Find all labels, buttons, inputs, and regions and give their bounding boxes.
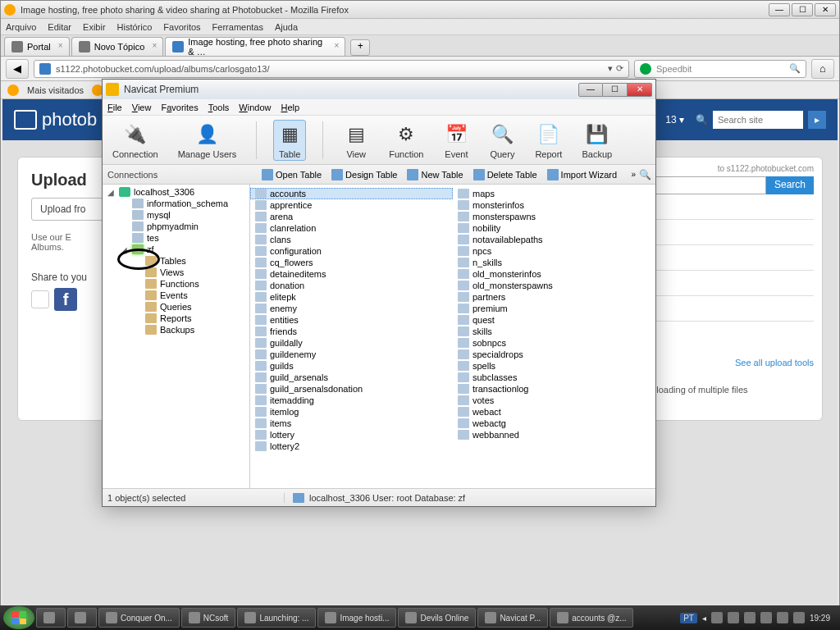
taskbar-task[interactable]: accounts @z... bbox=[550, 608, 633, 628]
table-item[interactable]: items bbox=[250, 418, 453, 429]
taskbar-task[interactable] bbox=[67, 608, 97, 628]
table-item[interactable]: old_monsterinfos bbox=[453, 268, 655, 280]
table-item[interactable]: skills bbox=[453, 326, 655, 337]
facebook-icon[interactable]: f bbox=[54, 288, 77, 311]
table-item[interactable]: elitepk bbox=[250, 291, 453, 303]
tray-icon[interactable] bbox=[760, 612, 772, 623]
table-item[interactable]: quest bbox=[453, 314, 655, 326]
table-item[interactable]: notavailablepaths bbox=[453, 234, 655, 245]
search-bar[interactable]: Speedbit 🔍 bbox=[634, 60, 806, 78]
menu-favoritos[interactable]: Favoritos bbox=[163, 22, 200, 32]
search-go-button[interactable]: ▸ bbox=[808, 111, 826, 129]
table-item[interactable]: guild_arsenals bbox=[250, 372, 453, 383]
tree-reports[interactable]: Reports bbox=[103, 313, 249, 324]
menu-editar[interactable]: Editar bbox=[48, 22, 71, 32]
tab-portal[interactable]: Portal× bbox=[4, 37, 70, 56]
taskbar-task[interactable] bbox=[36, 608, 66, 628]
search-icon[interactable]: 🔍 bbox=[639, 169, 651, 180]
table-item[interactable]: premium bbox=[453, 303, 655, 314]
tree-db-zf[interactable]: ◢zf bbox=[103, 244, 249, 255]
menu-arquivo[interactable]: Arquivo bbox=[6, 22, 36, 32]
close-icon[interactable]: × bbox=[56, 41, 66, 51]
see-all-link[interactable]: See all upload tools bbox=[735, 358, 814, 368]
tray-icon[interactable] bbox=[777, 612, 788, 623]
header-count[interactable]: 13 ▾ bbox=[665, 114, 684, 126]
table-item[interactable]: votes bbox=[453, 395, 655, 406]
taskbar-task[interactable]: Navicat P... bbox=[477, 608, 548, 628]
table-item[interactable]: sobnpcs bbox=[453, 337, 655, 349]
firefox-maximize-button[interactable]: ☐ bbox=[792, 3, 813, 16]
navicat-titlebar[interactable]: Navicat Premium — ☐ ✕ bbox=[103, 80, 655, 99]
table-item[interactable]: lottery2 bbox=[250, 441, 453, 452]
back-button[interactable]: ◀ bbox=[6, 59, 29, 79]
toolbar-query[interactable]: 🔍Query bbox=[486, 120, 518, 161]
toolbar-view[interactable]: ▤View bbox=[340, 120, 372, 161]
tree-events[interactable]: Events bbox=[103, 290, 249, 301]
table-item[interactable]: entities bbox=[250, 314, 453, 326]
tree-db[interactable]: information_schema bbox=[103, 198, 249, 209]
tree-backups[interactable]: Backups bbox=[103, 324, 249, 336]
menu-exibir[interactable]: Exibir bbox=[83, 22, 106, 32]
table-item[interactable]: specialdrops bbox=[453, 349, 655, 360]
subtool-delete-table[interactable]: Delete Table bbox=[470, 168, 541, 181]
menu-view[interactable]: View bbox=[132, 103, 152, 112]
tray-icon[interactable] bbox=[793, 612, 805, 623]
toolbar-table[interactable]: ▦Table bbox=[273, 120, 306, 161]
menu-ferramentas[interactable]: Ferramentas bbox=[212, 22, 263, 32]
menu-historico[interactable]: Histórico bbox=[117, 22, 153, 32]
new-tab-button[interactable]: + bbox=[350, 39, 370, 56]
table-item[interactable]: guilds bbox=[250, 360, 453, 372]
pb-logo[interactable]: photob bbox=[14, 109, 97, 130]
table-item[interactable]: transactionlog bbox=[453, 383, 655, 395]
tree-db[interactable]: tes bbox=[103, 232, 249, 244]
tree-queries[interactable]: Queries bbox=[103, 301, 249, 313]
table-item[interactable]: friends bbox=[250, 326, 453, 337]
taskbar-task[interactable]: NCsoft bbox=[181, 608, 236, 628]
tree-db[interactable]: phpmyadmin bbox=[103, 221, 249, 232]
subtool-import-wizard[interactable]: Import Wizard bbox=[544, 168, 620, 181]
taskbar-task[interactable]: Launching: ... bbox=[237, 608, 316, 628]
toolbar-backup[interactable]: 💾Backup bbox=[578, 120, 615, 161]
table-item[interactable]: enemy bbox=[250, 303, 453, 314]
table-item[interactable]: nobility bbox=[453, 222, 655, 234]
tray-icon[interactable] bbox=[711, 612, 723, 623]
tree-db[interactable]: mysql bbox=[103, 209, 249, 221]
toolbar-function[interactable]: ⚙Function bbox=[386, 120, 427, 161]
tree-tables[interactable]: Tables bbox=[103, 255, 249, 267]
home-button[interactable]: ⌂ bbox=[811, 59, 834, 79]
table-item[interactable]: apprentice bbox=[250, 199, 453, 211]
firefox-close-button[interactable]: ✕ bbox=[815, 3, 836, 16]
menu-help[interactable]: Help bbox=[281, 103, 300, 112]
tree-connection[interactable]: ◢localhost_3306 bbox=[103, 186, 249, 198]
toolbar-report[interactable]: 📄Report bbox=[532, 120, 565, 161]
toolbar-event[interactable]: 📅Event bbox=[440, 120, 472, 161]
tray-icon[interactable] bbox=[744, 612, 756, 623]
language-indicator[interactable]: PT bbox=[680, 613, 697, 623]
table-item[interactable]: lottery bbox=[250, 429, 453, 441]
menu-tools[interactable]: Tools bbox=[208, 103, 230, 112]
subtool-open-table[interactable]: Open Table bbox=[258, 168, 325, 181]
table-item[interactable]: guild_arsenalsdonation bbox=[250, 383, 453, 395]
table-item[interactable]: partners bbox=[453, 291, 655, 303]
table-item[interactable]: webact bbox=[453, 406, 655, 418]
site-search-input[interactable] bbox=[713, 111, 803, 129]
table-item[interactable]: cq_flowers bbox=[250, 257, 453, 268]
table-item[interactable]: n_skills bbox=[453, 257, 655, 268]
table-item[interactable]: old_monsterspawns bbox=[453, 280, 655, 291]
table-item[interactable]: arena bbox=[250, 211, 453, 222]
firefox-minimize-button[interactable]: — bbox=[769, 3, 790, 16]
subtool-design-table[interactable]: Design Table bbox=[328, 168, 400, 181]
start-button[interactable] bbox=[3, 606, 34, 629]
table-item[interactable]: spells bbox=[453, 360, 655, 372]
menu-file[interactable]: File bbox=[107, 103, 122, 112]
menu-favorites[interactable]: Favorites bbox=[161, 103, 198, 112]
taskbar-task[interactable]: Image hosti... bbox=[317, 608, 396, 628]
taskbar-task[interactable]: Devils Online bbox=[398, 608, 476, 628]
navicat-minimize-button[interactable]: — bbox=[578, 83, 603, 97]
menu-ajuda[interactable]: Ajuda bbox=[275, 22, 298, 32]
table-item[interactable]: donation bbox=[250, 280, 453, 291]
navicat-close-button[interactable]: ✕ bbox=[628, 83, 652, 97]
url-bar[interactable]: s1122.photobucket.com/upload/albums/carl… bbox=[34, 60, 629, 78]
table-item[interactable]: guildally bbox=[250, 337, 453, 349]
table-item[interactable]: webbanned bbox=[453, 429, 655, 441]
